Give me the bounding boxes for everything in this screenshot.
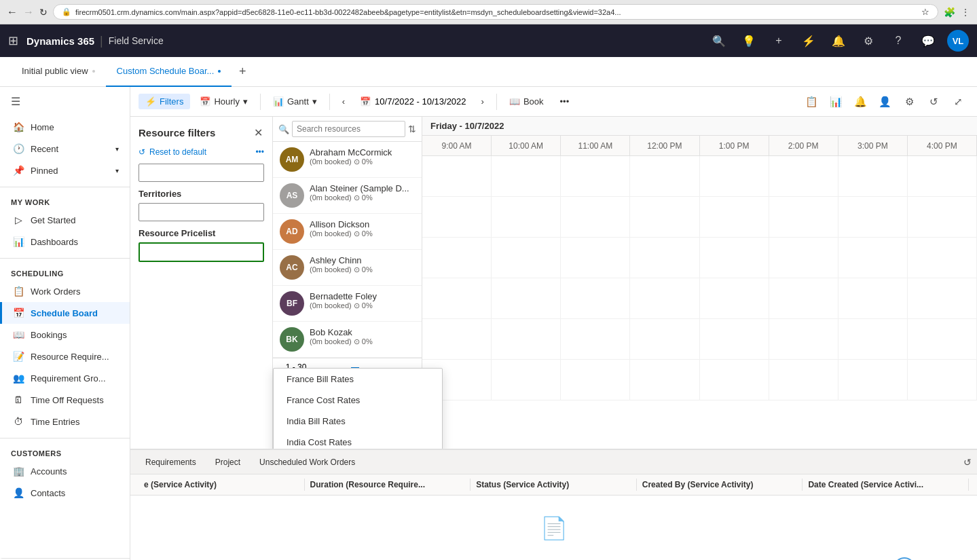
resource-filters-close-button[interactable]: ✕: [253, 125, 264, 141]
gantt-cell-3-2: [492, 238, 561, 278]
sidebar-item-work-orders[interactable]: 📋 Work Orders: [0, 280, 130, 302]
lightbulb-icon[interactable]: 💡: [738, 30, 760, 52]
time-off-icon: 🗓: [13, 394, 24, 405]
back-button[interactable]: ←: [7, 6, 18, 18]
sidebar-item-time-entries[interactable]: ⏱ Time Entries: [0, 411, 130, 432]
help-icon[interactable]: ?: [887, 30, 909, 52]
expand-button[interactable]: ⤢: [947, 91, 969, 113]
gantt-cell-6-2: [492, 360, 561, 400]
sort-resources-icon[interactable]: ⇅: [408, 124, 416, 134]
gear-button[interactable]: ⚙: [898, 91, 920, 113]
chat-icon[interactable]: 💬: [917, 30, 939, 52]
hourly-icon: 📅: [200, 96, 210, 107]
hamburger-menu[interactable]: ☰: [0, 87, 130, 116]
search-icon[interactable]: 🔍: [708, 30, 730, 52]
resource-item-bernadette[interactable]: BF Bernadette Foley (0m booked) ⊙ 0%: [273, 286, 422, 322]
col-service-activity: e (Service Activity): [139, 479, 305, 491]
extensions-icon[interactable]: 🧩: [944, 7, 955, 18]
tabs-refresh-button[interactable]: ↺: [963, 457, 972, 468]
add-tab-button[interactable]: +: [232, 61, 253, 83]
add-icon[interactable]: +: [768, 30, 790, 52]
reset-more-icon[interactable]: •••: [255, 147, 264, 157]
gantt-cell-2-3: [561, 197, 630, 237]
gantt-button[interactable]: 📊 Gantt ▾: [266, 94, 324, 109]
resource-item-allison[interactable]: AD Allison Dickson (0m booked) ⊙ 0%: [273, 214, 422, 250]
search-resources-icon: 🔍: [278, 124, 289, 134]
sidebar-time-off-label: Time Off Requests: [31, 395, 104, 405]
hourly-button[interactable]: 📅 Hourly ▾: [193, 94, 255, 109]
reset-icon: ↺: [139, 147, 145, 157]
dropdown-item-france-bill[interactable]: France Bill Rates: [274, 369, 442, 390]
tab-initial-view[interactable]: Initial public view: [11, 57, 106, 87]
dropdown-item-india-cost[interactable]: India Cost Rates: [274, 432, 442, 449]
resource-item-bob[interactable]: BK Bob Kozak (0m booked) ⊙ 0%: [273, 322, 422, 358]
browser-menu-icon[interactable]: ⋮: [961, 7, 970, 18]
bookings-icon: 📖: [13, 329, 24, 340]
sidebar-item-recent[interactable]: 🕐 Recent ▾: [0, 138, 130, 160]
toolbar-divider-2: [329, 94, 330, 110]
filter-toolbar-icon: ⚡: [145, 96, 156, 107]
name-filter-input[interactable]: [139, 164, 264, 182]
refresh-schedule-button[interactable]: ↺: [923, 91, 944, 113]
sidebar-item-pinned[interactable]: 📌 Pinned ▾: [0, 160, 130, 181]
tab-custom-label: Custom Schedule Boar...: [117, 66, 215, 76]
app-grid-icon[interactable]: ⊞: [8, 33, 18, 48]
tab-unscheduled-work-orders[interactable]: Unscheduled Work Orders: [250, 455, 365, 470]
sidebar-item-requirement-gro[interactable]: 👥 Requirement Gro...: [0, 367, 130, 389]
resource-filters-panel: Resource filters ✕ ↺ Reset to default ••…: [130, 117, 273, 449]
tab-requirements[interactable]: Requirements: [136, 455, 206, 470]
reset-label: Reset to default: [149, 147, 206, 157]
sidebar-item-get-started[interactable]: ▷ Get Started: [0, 209, 130, 231]
notification-icon[interactable]: 🔔: [828, 30, 849, 52]
gantt-cell-3-8: [908, 238, 977, 278]
recent-icon: 🕐: [13, 143, 24, 154]
sidebar-item-schedule-board[interactable]: 📅 Schedule Board: [0, 302, 130, 324]
sidebar-requirement-gro-label: Requirement Gro...: [31, 373, 106, 384]
next-date-button[interactable]: ›: [475, 94, 491, 109]
settings-icon[interactable]: ⚙: [858, 30, 879, 52]
resource-item-ashley[interactable]: AC Ashley Chinn (0m booked) ⊙ 0%: [273, 250, 422, 286]
bookmark-icon[interactable]: ☆: [921, 7, 929, 17]
sidebar-item-dashboards[interactable]: 📊 Dashboards: [0, 231, 130, 253]
dropdown-item-france-cost[interactable]: France Cost Rates: [274, 390, 442, 411]
dropdown-item-india-bill[interactable]: India Bill Rates: [274, 411, 442, 432]
sidebar-item-bookings[interactable]: 📖 Bookings: [0, 324, 130, 346]
avatar[interactable]: VL: [947, 30, 969, 52]
gantt-label: Gantt: [287, 96, 309, 107]
forward-button[interactable]: →: [23, 6, 34, 18]
pricelist-filter-input[interactable]: [139, 242, 264, 262]
gantt-cell-5-7: [838, 319, 908, 359]
sidebar-time-entries-label: Time Entries: [31, 417, 79, 427]
search-resources-input[interactable]: [292, 121, 405, 137]
book-button[interactable]: 📖 Book: [502, 94, 551, 109]
sidebar-item-time-off[interactable]: 🗓 Time Off Requests: [0, 389, 130, 411]
more-options-button[interactable]: •••: [553, 94, 576, 109]
sidebar-item-resource-require[interactable]: 📝 Resource Require...: [0, 346, 130, 367]
resource-meta-abraham: (0m booked) ⊙ 0%: [310, 157, 392, 166]
view-toggle-1-button[interactable]: 📋: [800, 91, 822, 113]
tab-initial-label: Initial public view: [22, 66, 88, 76]
gantt-cell-3-1: [422, 238, 492, 278]
sidebar-item-accounts[interactable]: 🏢 Accounts: [0, 460, 130, 482]
contacts-icon: 👤: [13, 487, 24, 498]
resource-filters-title: Resource filters: [139, 127, 215, 138]
avatar-bob: BK: [280, 327, 304, 352]
resource-item-alan[interactable]: AS Alan Steiner (Sample D... (0m booked)…: [273, 178, 422, 214]
tab-custom-schedule[interactable]: Custom Schedule Boar...: [106, 57, 232, 87]
tab-project[interactable]: Project: [206, 455, 250, 470]
filters-button[interactable]: ⚡ Filters: [139, 94, 190, 109]
view-toggle-2-button[interactable]: 📊: [825, 91, 847, 113]
sidebar-item-home[interactable]: 🏠 Home: [0, 116, 130, 138]
prev-date-button[interactable]: ‹: [335, 94, 352, 109]
sidebar-item-contacts[interactable]: 👤 Contacts: [0, 482, 130, 504]
home-icon: 🏠: [13, 122, 24, 132]
filter-icon[interactable]: ⚡: [798, 30, 819, 52]
territories-filter-input[interactable]: [139, 203, 264, 221]
resource-name-abraham: Abraham McCormick: [310, 147, 392, 157]
table-header: e (Service Activity) Duration (Resource …: [130, 474, 977, 496]
person-button[interactable]: 👤: [874, 91, 896, 113]
resource-item-abraham[interactable]: AM Abraham McCormick (0m booked) ⊙ 0%: [273, 142, 422, 178]
my-work-section: My Work: [0, 193, 130, 209]
alert-button[interactable]: 🔔: [849, 91, 871, 113]
refresh-button[interactable]: ↻: [39, 7, 48, 18]
